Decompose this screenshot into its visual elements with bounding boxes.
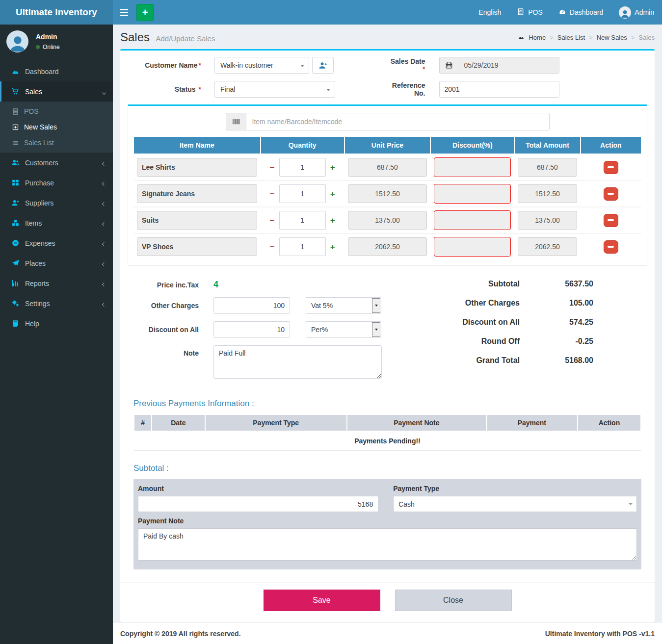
discount-input[interactable] <box>434 184 511 204</box>
breadcrumb-home[interactable]: Home <box>529 34 546 41</box>
plus-square-icon <box>12 124 19 131</box>
app-logo[interactable]: Ultimate Inventory <box>0 0 113 25</box>
chevron-left-icon <box>103 179 106 187</box>
chevron-left-icon <box>103 259 106 267</box>
subtotal-heading: Subtotal : <box>133 464 641 473</box>
decrease-quantity-button[interactable]: − <box>270 163 275 172</box>
chevron-down-icon <box>103 88 106 96</box>
decrease-quantity-button[interactable]: − <box>270 190 275 198</box>
discount-on-all-input[interactable] <box>213 321 290 338</box>
payment-note-textarea[interactable]: Paid By cash <box>138 528 637 561</box>
sidebar-item-reports[interactable]: Reports <box>0 273 113 293</box>
submenu-item-new-sales[interactable]: New Sales <box>0 119 113 135</box>
unit-price-field <box>348 158 427 177</box>
status-select[interactable]: Final <box>214 81 335 98</box>
user-name: Admin <box>36 33 60 41</box>
discount-type-select[interactable]: Per% <box>306 321 381 338</box>
paper-plane-icon <box>11 259 20 267</box>
nav-language[interactable]: English <box>471 0 509 25</box>
cubes-icon <box>11 219 20 227</box>
quantity-input[interactable] <box>279 184 326 203</box>
total-amount-field <box>518 237 577 256</box>
sidebar-item-expenses[interactable]: Expenses <box>0 233 113 253</box>
payment-type-select[interactable]: Cash <box>393 496 637 512</box>
sales-header-form: Customer Name* Walk-in customer Sales Da… <box>128 57 647 98</box>
discount-input[interactable] <box>434 210 511 230</box>
chevron-down-icon <box>372 322 380 337</box>
save-button[interactable]: Save <box>264 590 380 611</box>
breadcrumb-sales-list[interactable]: Sales List <box>557 34 585 41</box>
sidebar-item-settings[interactable]: Settings <box>0 293 113 313</box>
item-name-field <box>137 158 257 177</box>
item-search-input[interactable] <box>246 113 550 130</box>
payments-empty-row: Payments Pending!! <box>134 431 641 451</box>
discount-on-all-label: Discount on All <box>128 326 199 334</box>
discount-input[interactable] <box>434 237 511 257</box>
sidebar-user-panel: Admin Online <box>0 25 113 58</box>
sidebar-item-sales[interactable]: Sales <box>0 81 113 102</box>
reference-input[interactable] <box>439 81 559 98</box>
sidebar-item-items[interactable]: Items <box>0 213 113 233</box>
nav-pos[interactable]: POS <box>509 0 551 25</box>
sales-date-label: Sales Date * <box>388 57 439 73</box>
add-customer-button[interactable] <box>312 57 334 74</box>
sidebar-item-dashboard[interactable]: Dashboard <box>0 61 113 81</box>
calculator-icon <box>12 108 19 115</box>
round-off-row: Round Off-0.25 <box>413 337 593 346</box>
minus-circle-icon <box>11 239 20 247</box>
decrease-quantity-button[interactable]: − <box>270 243 275 251</box>
sidebar-item-suppliers[interactable]: Suppliers <box>0 193 113 213</box>
increase-quantity-button[interactable]: + <box>330 163 335 172</box>
other-charges-type-select[interactable]: Vat 5% <box>306 297 381 314</box>
breadcrumb-current: Sales <box>638 34 655 41</box>
remove-item-button[interactable] <box>604 240 618 254</box>
table-row: − + <box>133 180 641 207</box>
sidebar-item-purchase[interactable]: Purchase <box>0 173 113 193</box>
discount-input[interactable] <box>434 157 511 177</box>
breadcrumb: Home > Sales List > New Sales > Sales <box>518 34 655 41</box>
increase-quantity-button[interactable]: + <box>330 243 335 251</box>
status-label: Status * <box>128 85 214 93</box>
submenu-item-pos[interactable]: POS <box>0 103 113 119</box>
quick-add-button[interactable]: + <box>136 4 154 21</box>
sidebar-toggle-button[interactable] <box>113 0 135 25</box>
avatar[interactable] <box>6 30 28 52</box>
remove-item-button[interactable] <box>604 187 618 201</box>
note-textarea[interactable]: Paid Full <box>213 345 382 379</box>
user-avatar <box>619 6 631 19</box>
total-amount-field <box>518 184 577 203</box>
calendar-icon[interactable] <box>439 57 459 74</box>
sales-date-input[interactable] <box>459 57 559 74</box>
quantity-input[interactable] <box>279 158 326 177</box>
totals-column: Subtotal5637.50 Other Charges105.00 Disc… <box>413 280 647 386</box>
other-charges-input[interactable] <box>213 297 290 314</box>
content-header: Sales Add/Update Sales Home > Sales List… <box>113 25 662 49</box>
decrease-quantity-button[interactable]: − <box>270 216 275 225</box>
close-button[interactable]: Close <box>395 590 512 611</box>
sidebar-item-help[interactable]: Help <box>0 313 113 334</box>
user-status: Online <box>36 44 60 51</box>
amount-input[interactable] <box>138 496 378 512</box>
table-row: − + <box>133 233 641 259</box>
nav-user-menu[interactable]: Admin <box>611 0 662 25</box>
quantity-input[interactable] <box>279 211 326 230</box>
remove-item-button[interactable] <box>604 161 618 174</box>
increase-quantity-button[interactable]: + <box>330 216 335 225</box>
submenu-item-sales-list[interactable]: Sales List <box>0 135 113 151</box>
barcode-icon <box>226 113 246 130</box>
customer-select[interactable]: Walk-in customer <box>214 57 309 74</box>
online-status-dot <box>36 45 40 49</box>
quantity-input[interactable] <box>279 237 326 256</box>
item-search-group <box>226 113 550 130</box>
sales-form-box: Customer Name* Walk-in customer Sales Da… <box>120 49 655 622</box>
chevron-left-icon <box>103 219 106 227</box>
remove-item-button[interactable] <box>604 214 618 227</box>
payment-entry-section: Subtotal : Amount Payment Type Cash <box>128 464 647 569</box>
sidebar-item-customers[interactable]: Customers <box>0 153 113 173</box>
previous-payments-section: Previous Payments Information : # Date P… <box>128 399 647 451</box>
increase-quantity-button[interactable]: + <box>330 190 335 198</box>
breadcrumb-new-sales[interactable]: New Sales <box>597 34 627 41</box>
sidebar-item-places[interactable]: Places <box>0 253 113 273</box>
nav-dashboard[interactable]: Dashboard <box>551 0 611 25</box>
other-charges-total-row: Other Charges105.00 <box>413 299 593 308</box>
